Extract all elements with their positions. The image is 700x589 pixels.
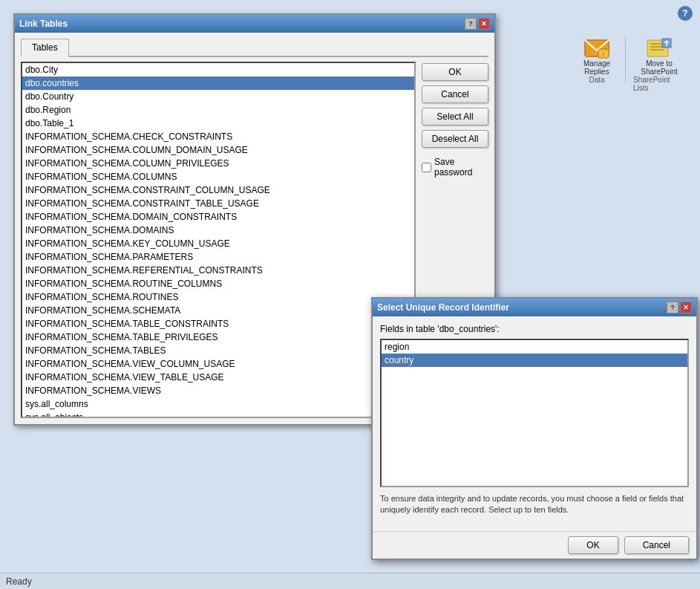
tab-bar: Tables [21, 39, 488, 57]
table-item[interactable]: INFORMATION_SCHEMA.ROUTINES [22, 290, 414, 304]
unique-titlebar-buttons: ? ✕ [667, 302, 692, 313]
deselect-all-button[interactable]: Deselect All [422, 130, 488, 148]
info-text: To ensure data integrity and to update r… [380, 493, 689, 516]
unique-record-title: Select Unique Record Identifier [377, 302, 509, 313]
cancel-button[interactable]: Cancel [422, 85, 488, 103]
data-section-label: Data [589, 76, 604, 84]
access-help-icon[interactable]: ? [678, 6, 693, 21]
manage-replies-label: Manage Replies [583, 59, 610, 76]
unique-record-body: Fields in table 'dbo_countries': regionc… [373, 316, 696, 531]
svg-rect-6 [650, 46, 662, 48]
table-item[interactable]: INFORMATION_SCHEMA.KEY_COLUMN_USAGE [22, 237, 414, 250]
select-all-button[interactable]: Select All [422, 108, 488, 126]
table-item[interactable]: sys.all_columns [22, 397, 414, 411]
table-item[interactable]: dbo.City [22, 63, 414, 77]
table-item[interactable]: dbo.Table_1 [22, 117, 414, 130]
unique-record-titlebar: Select Unique Record Identifier ? ✕ [373, 299, 696, 316]
move-to-sharepoint-button[interactable]: Move to SharePoint SharePoint Lists [633, 37, 685, 92]
table-item[interactable]: INFORMATION_SCHEMA.TABLE_PRIVILEGES [22, 331, 414, 344]
table-item[interactable]: dbo.Region [22, 103, 414, 117]
unique-close-button[interactable]: ✕ [680, 302, 692, 313]
link-tables-titlebar: Link Tables ? ✕ [15, 15, 494, 33]
ribbon-area: ! Manage Replies Data Move to SharePoint… [576, 37, 685, 92]
table-item[interactable]: INFORMATION_SCHEMA.CONSTRAINT_COLUMN_USA… [22, 183, 414, 197]
table-item[interactable]: INFORMATION_SCHEMA.VIEW_TABLE_USAGE [22, 371, 414, 384]
table-item[interactable]: dbo.Country [22, 90, 414, 103]
table-item[interactable]: INFORMATION_SCHEMA.REFERENTIAL_CONSTRAIN… [22, 264, 414, 277]
save-password-checkbox[interactable] [422, 163, 431, 172]
table-item[interactable]: dbo.countries [22, 77, 414, 90]
field-item[interactable]: country [382, 354, 687, 367]
link-tables-help-button[interactable]: ? [465, 18, 477, 30]
unique-record-dialog: Select Unique Record Identifier ? ✕ Fiel… [371, 297, 698, 560]
table-item[interactable]: INFORMATION_SCHEMA.COLUMN_PRIVILEGES [22, 157, 414, 170]
manage-replies-button[interactable]: ! Manage Replies Data [576, 37, 618, 84]
table-item[interactable]: INFORMATION_SCHEMA.CONSTRAINT_TABLE_USAG… [22, 197, 414, 210]
table-item[interactable]: INFORMATION_SCHEMA.ROUTINE_COLUMNS [22, 277, 414, 290]
unique-cancel-button[interactable]: Cancel [624, 536, 689, 554]
save-password-container: Save password [422, 157, 488, 178]
table-item[interactable]: INFORMATION_SCHEMA.TABLES [22, 344, 414, 357]
status-bar: Ready [0, 573, 700, 589]
field-item[interactable]: region [382, 340, 687, 354]
table-item[interactable]: INFORMATION_SCHEMA.VIEW_COLUMN_USAGE [22, 357, 414, 371]
svg-rect-7 [650, 49, 664, 51]
table-item[interactable]: INFORMATION_SCHEMA.COLUMNS [22, 170, 414, 183]
table-item[interactable]: INFORMATION_SCHEMA.COLUMN_DOMAIN_USAGE [22, 143, 414, 157]
fields-list[interactable]: regioncountry [380, 339, 689, 487]
unique-ok-button[interactable]: OK [568, 536, 618, 554]
ribbon-divider [625, 37, 626, 82]
titlebar-buttons: ? ✕ [465, 18, 490, 30]
unique-help-button[interactable]: ? [667, 302, 678, 313]
table-item[interactable]: INFORMATION_SCHEMA.DOMAINS [22, 224, 414, 237]
sharepoint-icon [646, 37, 673, 59]
email-icon: ! [583, 37, 610, 59]
fields-label: Fields in table 'dbo_countries': [380, 324, 689, 334]
svg-text:!: ! [603, 51, 605, 58]
sharepoint-lists-label: SharePoint Lists [633, 76, 685, 92]
table-item[interactable]: INFORMATION_SCHEMA.SCHEMATA [22, 304, 414, 317]
table-item[interactable]: INFORMATION_SCHEMA.CHECK_CONSTRAINTS [22, 130, 414, 143]
table-item[interactable]: INFORMATION_SCHEMA.DOMAIN_CONSTRAINTS [22, 210, 414, 224]
unique-record-footer: OK Cancel [373, 531, 696, 559]
link-tables-title: Link Tables [19, 19, 68, 29]
status-text: Ready [6, 576, 32, 587]
table-list-container[interactable]: dbo.Citydbo.countriesdbo.Countrydbo.Regi… [21, 62, 416, 418]
move-to-sharepoint-label: Move to SharePoint [641, 59, 677, 76]
tab-tables[interactable]: Tables [21, 39, 69, 57]
table-item[interactable]: sys.all_objects [22, 411, 414, 418]
table-item[interactable]: INFORMATION_SCHEMA.PARAMETERS [22, 250, 414, 264]
ok-button[interactable]: OK [422, 63, 488, 81]
link-tables-close-button[interactable]: ✕ [478, 18, 490, 30]
table-item[interactable]: INFORMATION_SCHEMA.TABLE_CONSTRAINTS [22, 317, 414, 331]
table-list: dbo.Citydbo.countriesdbo.Countrydbo.Regi… [22, 63, 414, 418]
table-item[interactable]: INFORMATION_SCHEMA.VIEWS [22, 384, 414, 397]
save-password-label: Save password [434, 157, 488, 178]
